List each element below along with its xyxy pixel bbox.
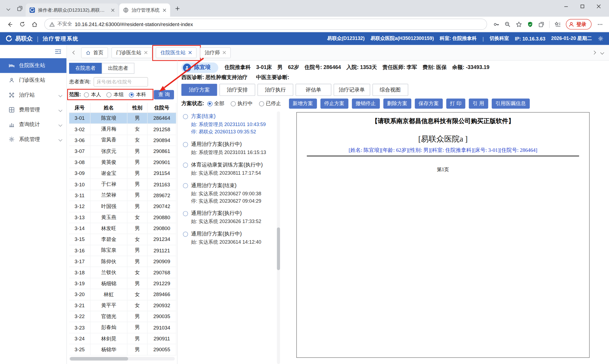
close-icon[interactable] <box>223 51 226 54</box>
table-row[interactable]: 3-25 杨锦华 男 290055 <box>69 344 177 355</box>
radio-icon[interactable] <box>259 101 264 106</box>
radio-icon[interactable] <box>107 92 112 97</box>
browser-tab-operator[interactable]: 操作者:易联众(D123132),易联众医 <box>26 4 118 17</box>
scope-option-department[interactable]: 本科 <box>129 91 146 98</box>
back-button[interactable] <box>4 19 15 30</box>
tab-outpatient-station[interactable]: 门诊医生站 <box>111 47 152 58</box>
home-button[interactable] <box>29 19 41 30</box>
favorites-bar-icon[interactable] <box>552 19 563 30</box>
detail-tab[interactable]: 综合视图 <box>372 84 408 96</box>
sidebar-item-system-management[interactable]: 系统管理 <box>0 132 66 147</box>
tab-therapist[interactable]: 治疗师 <box>200 47 231 58</box>
plan-action-button[interactable]: 打 印 <box>446 99 465 109</box>
table-row[interactable]: 3-19 杨细锦 男 291229 <box>69 278 177 289</box>
detail-tab[interactable]: 治疗方案 <box>181 84 217 96</box>
table-row[interactable]: 3-01 陈宜埌 男 286464 <box>69 113 177 124</box>
table-row[interactable]: 3-07 张庆元 男 290861 <box>69 146 177 157</box>
shield-icon[interactable] <box>525 19 535 30</box>
new-tab-button[interactable] <box>172 4 182 14</box>
sidebar-item-query-statistics[interactable]: 查询统计 <box>0 117 66 132</box>
table-row[interactable]: 3-20 林虹 女 289466 <box>69 289 177 300</box>
plan-action-button[interactable]: 停止方案 <box>320 99 348 109</box>
zoom-icon[interactable] <box>502 19 513 30</box>
scrollbar-thumb[interactable] <box>277 228 280 270</box>
close-window-button[interactable] <box>590 0 607 12</box>
tab-menu-icon[interactable] <box>600 51 604 55</box>
collections-icon[interactable] <box>536 19 546 30</box>
minimize-button[interactable] <box>558 0 574 12</box>
plan-radio-icon[interactable] <box>183 183 188 188</box>
table-row[interactable]: 3-21 黄平平 女 290932 <box>69 300 177 311</box>
warning-icon[interactable] <box>49 21 55 27</box>
switch-department-link[interactable]: 切换科室 <box>490 35 509 42</box>
scope-option-self[interactable]: 本人 <box>84 91 101 98</box>
table-row[interactable]: 3-17 陈仰伙 男 290909 <box>69 256 177 267</box>
plan-action-button[interactable]: 引 用 <box>469 99 488 109</box>
plan-radio-icon[interactable] <box>183 114 188 119</box>
scope-option-group[interactable]: 本组 <box>107 91 124 98</box>
plan-item[interactable]: 通用治疗方案(执行中) 始: 实达系统 20230614 14:12:40 <box>183 231 277 246</box>
plan-radio-icon[interactable] <box>183 211 188 216</box>
tab-inpatients[interactable]: 在院患者 <box>69 63 102 74</box>
maximize-button[interactable] <box>574 0 590 12</box>
close-icon[interactable] <box>163 8 166 12</box>
plan-action-button[interactable]: 删除方案 <box>383 99 411 109</box>
tab-home[interactable]: 首页 <box>81 47 108 58</box>
close-icon[interactable] <box>188 51 192 54</box>
table-row[interactable]: 3-09 谢金宝 男 291154 <box>69 168 177 179</box>
radio-icon[interactable] <box>207 101 212 106</box>
detail-tab[interactable]: 治疗安排 <box>219 84 255 96</box>
login-button[interactable]: 登录 <box>566 19 591 30</box>
plan-radio-icon[interactable] <box>183 231 188 237</box>
table-row[interactable]: 3-14 林发旺 男 290800 <box>69 223 177 234</box>
sidebar-item-treatment-station[interactable]: 治疗站 <box>0 88 66 102</box>
status-option-running[interactable]: 执行中 <box>231 100 253 107</box>
status-option-stopped[interactable]: 已停止 <box>259 100 281 107</box>
search-button[interactable]: 查 询 <box>154 90 174 99</box>
sidebar-item-outpatient-station[interactable]: 门诊医生站 <box>0 73 66 88</box>
table-row[interactable]: 3-11 兰荣禄 男 289672 <box>69 190 177 201</box>
browser-tab-system[interactable]: 治疗管理系统 <box>119 4 170 17</box>
table-row[interactable]: 3-18 兰钗伙 女 290768 <box>69 267 177 278</box>
favorite-star-icon[interactable] <box>514 19 524 30</box>
plan-action-button[interactable]: 撤销停止 <box>352 99 380 109</box>
sidebar-item-inpatient-station[interactable]: 住院医生站 <box>0 58 66 73</box>
tab-inpatient-station[interactable]: 住院医生站 <box>156 47 197 58</box>
password-key-icon[interactable] <box>491 19 502 30</box>
table-row[interactable]: 3-13 黄玉燕 女 290880 <box>69 212 177 223</box>
detail-tab[interactable]: 评估单 <box>296 84 331 96</box>
tab-discharged[interactable]: 出院患者 <box>102 63 134 74</box>
detail-tab[interactable]: 治疗执行 <box>257 84 293 96</box>
plan-item[interactable]: 通用治疗方案(结束) 始: 实达系统 20230627 09:00:38 停: … <box>183 182 277 205</box>
close-icon[interactable] <box>144 51 148 54</box>
plan-radio-icon[interactable] <box>183 142 188 147</box>
plan-action-button[interactable]: 引用医嘱信息 <box>492 99 530 109</box>
radio-icon[interactable] <box>129 92 134 97</box>
plan-action-button[interactable]: 新增方案 <box>289 99 317 109</box>
scroll-tabs-right-icon[interactable] <box>592 51 596 55</box>
detail-tab[interactable]: 治疗记录单 <box>334 84 370 96</box>
plan-radio-icon[interactable] <box>183 162 188 168</box>
plan-item[interactable]: 通用治疗方案(执行中) 始: 系统管理员 20231031 16:15:13 <box>183 141 277 156</box>
table-row[interactable]: 3-08 黄英俊 男 290901 <box>69 157 177 168</box>
table-row[interactable]: 3-24 林剑晃 男 290911 <box>69 333 177 344</box>
more-menu-button[interactable] <box>595 19 605 30</box>
table-row[interactable]: 3-02 潘月梅 女 291258 <box>69 124 177 135</box>
workspaces-icon[interactable] <box>15 4 25 14</box>
plan-item[interactable]: 通用治疗方案(执行中) 始: 实达系统 20230626 17:33:52 <box>183 210 277 225</box>
plan-action-button[interactable]: 保存方案 <box>415 99 443 109</box>
table-row[interactable]: 3-22 官德光 男 290035 <box>69 311 177 322</box>
scroll-tabs-left-button[interactable] <box>71 51 78 54</box>
table-row[interactable]: 3-16 陈宝泉 男 291121 <box>69 245 177 256</box>
sidebar-item-fee-management[interactable]: 费用管理 <box>0 102 66 117</box>
status-option-all[interactable]: 全部 <box>207 100 224 107</box>
vertical-scrollbar[interactable] <box>277 111 280 364</box>
table-row[interactable]: 3-06 雷凤香 女 290894 <box>69 135 177 146</box>
table-row[interactable]: 3-10 于仁禄 男 291163 <box>69 179 177 190</box>
table-row[interactable]: 3-12 叶国强 男 290742 <box>69 201 177 212</box>
gear-icon[interactable] <box>598 36 604 41</box>
address-bar[interactable]: 不安全 10.16.241.42:63000/#/resident-statio… <box>44 19 487 30</box>
table-row[interactable]: 3-15 李碧金 女 291234 <box>69 234 177 245</box>
radio-icon[interactable] <box>231 101 236 106</box>
table-row[interactable]: 3-23 彭春灿 男 291034 <box>69 322 177 333</box>
